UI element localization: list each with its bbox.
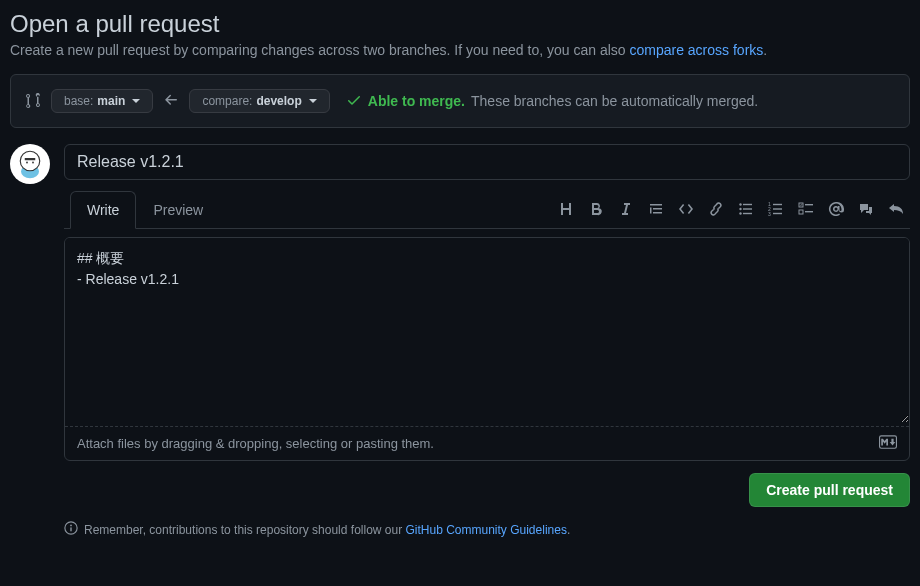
compare-branch-select[interactable]: compare: develop <box>189 89 329 113</box>
base-label: base: <box>64 94 93 108</box>
guidelines-link[interactable]: GitHub Community Guidelines <box>406 523 567 537</box>
guidelines-prefix: Remember, contributions to this reposito… <box>84 523 406 537</box>
markdown-icon[interactable] <box>879 435 897 452</box>
create-pr-button[interactable]: Create pull request <box>749 473 910 507</box>
base-branch-select[interactable]: base: main <box>51 89 153 113</box>
svg-point-6 <box>739 208 741 210</box>
svg-rect-2 <box>25 158 36 160</box>
reply-icon[interactable] <box>888 201 904 217</box>
compare-forks-link[interactable]: compare across forks <box>629 42 763 58</box>
arrow-left-icon <box>163 92 179 111</box>
merge-ok-text: Able to merge. <box>368 93 465 109</box>
unordered-list-icon[interactable] <box>738 201 754 217</box>
caret-icon <box>132 99 140 103</box>
subtitle-suffix: . <box>763 42 767 58</box>
guidelines-note: Remember, contributions to this reposito… <box>64 521 910 538</box>
merge-status: Able to merge. These branches can be aut… <box>346 92 758 111</box>
svg-rect-14 <box>773 204 782 205</box>
svg-point-23 <box>70 525 72 527</box>
guidelines-suffix: . <box>567 523 570 537</box>
svg-point-5 <box>739 203 741 205</box>
svg-rect-10 <box>743 213 752 214</box>
italic-icon[interactable] <box>618 201 634 217</box>
pr-body-textarea[interactable] <box>65 238 909 423</box>
svg-text:3: 3 <box>768 211 771 217</box>
svg-point-1 <box>20 151 40 171</box>
svg-rect-19 <box>799 210 803 214</box>
attach-hint[interactable]: Attach files by dragging & dropping, sel… <box>77 436 434 451</box>
page-title: Open a pull request <box>10 10 910 38</box>
tab-preview[interactable]: Preview <box>136 191 220 229</box>
subtitle-text: Create a new pull request by comparing c… <box>10 42 629 58</box>
pr-title-input[interactable] <box>64 144 910 180</box>
merge-info-text: These branches can be automatically merg… <box>471 93 758 109</box>
cross-reference-icon[interactable] <box>858 201 874 217</box>
range-editor: base: main compare: develop Able to merg… <box>10 74 910 128</box>
svg-rect-9 <box>743 208 752 209</box>
heading-icon[interactable] <box>558 201 574 217</box>
svg-point-3 <box>26 162 28 164</box>
svg-rect-18 <box>805 204 813 205</box>
comment-form: Write Preview 123 <box>64 144 910 507</box>
svg-rect-8 <box>743 204 752 205</box>
git-compare-icon <box>25 93 41 109</box>
svg-rect-15 <box>773 208 782 209</box>
markdown-toolbar: 123 <box>558 201 904 217</box>
base-value: main <box>97 94 125 108</box>
compare-label: compare: <box>202 94 252 108</box>
svg-rect-24 <box>70 527 71 531</box>
mention-icon[interactable] <box>828 201 844 217</box>
info-icon <box>64 521 78 538</box>
tab-write[interactable]: Write <box>70 191 136 229</box>
task-list-icon[interactable] <box>798 201 814 217</box>
quote-icon[interactable] <box>648 201 664 217</box>
svg-point-7 <box>739 212 741 214</box>
page-subtitle: Create a new pull request by comparing c… <box>10 42 910 58</box>
caret-icon <box>309 99 317 103</box>
check-icon <box>346 92 362 111</box>
avatar[interactable] <box>10 144 50 184</box>
bold-icon[interactable] <box>588 201 604 217</box>
code-icon[interactable] <box>678 201 694 217</box>
svg-rect-20 <box>805 211 813 212</box>
compare-value: develop <box>256 94 301 108</box>
link-icon[interactable] <box>708 201 724 217</box>
ordered-list-icon[interactable]: 123 <box>768 201 784 217</box>
svg-point-4 <box>32 162 34 164</box>
svg-rect-16 <box>773 213 782 214</box>
